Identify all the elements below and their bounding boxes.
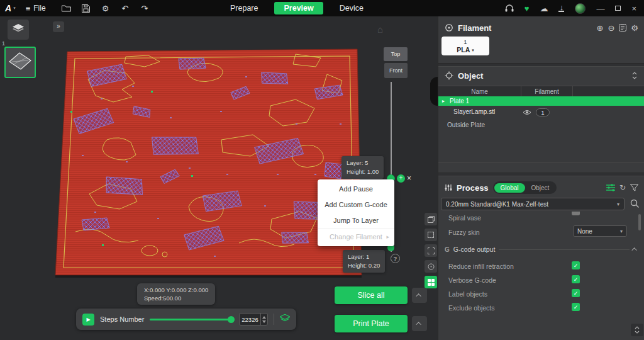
favorites-heart-icon[interactable]: ♥: [525, 4, 530, 13]
checkbox-reduce-infill-retraction[interactable]: ✓: [572, 261, 580, 269]
maximize-button[interactable]: [615, 6, 621, 11]
tab-object[interactable]: Object: [525, 183, 556, 193]
add-filament-icon[interactable]: ⊕: [597, 23, 604, 33]
checkbox-exclude-objects[interactable]: ✓: [572, 303, 580, 311]
close-marker-icon[interactable]: ×: [407, 174, 411, 183]
user-avatar[interactable]: [575, 3, 586, 14]
filament-list-icon[interactable]: [619, 24, 626, 31]
checkbox-spiral-vase[interactable]: [572, 212, 580, 215]
table-row-model[interactable]: SlayerLamp.stl 1: [438, 106, 644, 120]
menu-item-change-filament-label: Change Filament: [330, 233, 382, 241]
chevron-down-icon: ▾: [620, 229, 623, 234]
mode-tabs: Prepare Preview Device: [230, 0, 364, 16]
filter-settings-icon[interactable]: [630, 184, 638, 191]
app-logo-glyph: A: [5, 3, 11, 13]
viewport-side-tools: [425, 213, 437, 288]
snapshot-tool-button[interactable]: [425, 213, 437, 225]
close-button[interactable]: ×: [631, 4, 636, 13]
remove-filament-icon[interactable]: ⊖: [608, 23, 614, 33]
gcode-output-section-header[interactable]: G G-code output: [445, 244, 637, 254]
filament-settings-gear-icon[interactable]: ⚙: [631, 23, 638, 33]
steps-spinner[interactable]: [260, 314, 267, 325]
expand-plate-list-button[interactable]: »: [53, 21, 64, 32]
view-top-button[interactable]: Top: [384, 47, 408, 61]
arrange-tool-button[interactable]: [425, 276, 437, 288]
download-icon[interactable]: ↓: [558, 4, 564, 12]
play-button[interactable]: ▶: [82, 314, 94, 326]
process-sliders-icon: [445, 184, 452, 191]
plate-tools-button[interactable]: [8, 20, 29, 40]
setting-label-fuzzy-skin: Fuzzy skin: [448, 229, 480, 236]
steps-slider-handle[interactable]: [228, 316, 235, 323]
layers-view-icon[interactable]: [280, 314, 290, 325]
add-marker-plus-icon[interactable]: +: [397, 174, 405, 183]
object-sort-icon[interactable]: [631, 72, 638, 79]
menu-item-add-custom-gcode[interactable]: Add Custom G-code: [318, 197, 394, 213]
steps-value: 22326: [240, 314, 260, 325]
plate-list-number: 1: [2, 40, 5, 47]
table-row-outside-plate[interactable]: Outside Plate: [438, 120, 644, 131]
status-position: X:0.000 Y:0.000 Z:0.000: [144, 286, 208, 294]
settings-gear-icon[interactable]: ⚙: [99, 1, 113, 15]
panel-collapse-handle[interactable]: [430, 77, 438, 106]
open-file-icon[interactable]: [60, 1, 74, 15]
process-preset-select[interactable]: 0.20mm Standard@K1 Max-Zelf-test ▾: [441, 198, 625, 210]
tab-preview[interactable]: Preview: [274, 2, 323, 14]
setting-label-verbose-gcode: Verbose G-code: [448, 276, 496, 284]
settings-scrollbar[interactable]: [638, 214, 641, 230]
menu-item-change-filament[interactable]: Change Filament ▸: [318, 229, 394, 244]
filament-slot-1[interactable]: 1 PLA ▾: [441, 37, 489, 55]
cloud-icon[interactable]: ☁: [540, 4, 548, 13]
tune-settings-icon[interactable]: [606, 184, 615, 191]
chevron-up-icon: [416, 322, 421, 327]
spinner-down-icon[interactable]: [262, 320, 266, 323]
selection-tool-button[interactable]: [425, 229, 437, 241]
save-icon[interactable]: [79, 1, 93, 15]
checkbox-label-objects[interactable]: ✓: [572, 289, 580, 297]
column-header-empty: [573, 86, 644, 96]
chevron-down-icon: ▾: [13, 6, 16, 11]
view-front-button[interactable]: Front: [384, 63, 408, 78]
print-plate-button[interactable]: Print Plate: [335, 315, 408, 332]
measure-tool-button[interactable]: [425, 260, 437, 273]
fullscreen-tool-button[interactable]: [425, 244, 437, 257]
help-button[interactable]: ?: [391, 254, 400, 263]
setting-label-exclude-objects: Exclude objects: [448, 304, 495, 312]
menu-item-add-pause[interactable]: Add Pause: [318, 181, 394, 197]
menu-item-jump-to-layer[interactable]: Jump To Layer: [318, 213, 394, 229]
headset-support-icon[interactable]: [505, 4, 514, 13]
checkbox-verbose-gcode[interactable]: ✓: [572, 275, 580, 283]
spinner-up-icon[interactable]: [262, 316, 266, 319]
expand-panel-button[interactable]: [631, 324, 643, 336]
model-filament-badge[interactable]: 1: [536, 108, 550, 116]
tab-global[interactable]: Global: [494, 183, 525, 193]
redo-icon[interactable]: ↷: [138, 1, 152, 15]
table-row-plate[interactable]: ▸ Plate 1: [438, 96, 644, 106]
minimize-button[interactable]: —: [596, 4, 604, 13]
home-view-icon[interactable]: ⌂: [377, 24, 383, 35]
tab-prepare[interactable]: Prepare: [230, 4, 258, 13]
search-icon[interactable]: [630, 199, 639, 208]
outside-plate-label: Outside Plate: [447, 122, 485, 128]
app-root: A ▾ ≡ File ⚙ ↶ ↷ Prepare Preview Device: [0, 0, 644, 340]
fuzzy-skin-value: None: [577, 228, 620, 235]
process-settings-list[interactable]: Spiral vase Fuzzy skin None ▾ G G-code o…: [438, 212, 644, 340]
undo-icon[interactable]: ↶: [118, 1, 132, 15]
process-section-title: Process: [457, 183, 489, 193]
plate-thumbnail[interactable]: [4, 47, 36, 78]
tab-device[interactable]: Device: [340, 4, 364, 13]
slice-options-collapse-button[interactable]: [412, 288, 427, 303]
visibility-eye-icon[interactable]: [523, 110, 531, 115]
fuzzy-skin-select[interactable]: None ▾: [573, 225, 627, 237]
filament-section-title: Filament: [458, 23, 491, 33]
steps-value-box[interactable]: 22326: [239, 313, 268, 326]
reset-settings-icon[interactable]: ↻: [619, 183, 626, 192]
file-menu[interactable]: ≡ File: [26, 4, 46, 13]
print-options-collapse-button[interactable]: [412, 316, 427, 331]
app-logo[interactable]: A ▾: [5, 3, 16, 13]
preview-viewport[interactable]: » 1 ⌂ Top Front + × Layer: 5 Height: 1.0…: [0, 16, 438, 340]
slice-all-button[interactable]: Slice all: [335, 286, 408, 304]
file-menu-label: File: [33, 4, 45, 13]
collapse-section-icon[interactable]: [631, 247, 636, 252]
steps-slider[interactable]: [150, 319, 233, 320]
